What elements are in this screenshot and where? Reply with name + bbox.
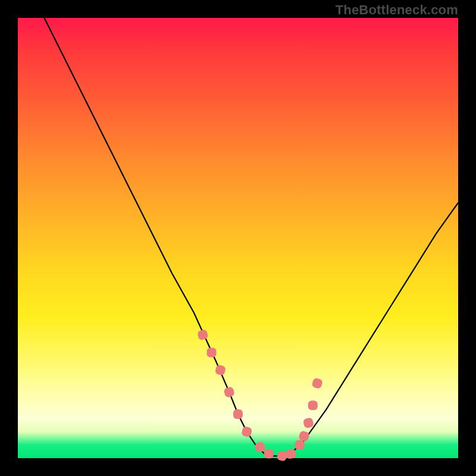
bottleneck-curve-path xyxy=(44,18,458,456)
highlight-dot xyxy=(312,378,323,389)
highlight-dot xyxy=(295,440,305,450)
highlight-dot xyxy=(303,417,314,428)
highlight-dot xyxy=(233,409,243,419)
highlight-dot xyxy=(264,449,274,459)
highlight-dot xyxy=(254,441,265,453)
highlight-dot xyxy=(298,430,309,441)
highlight-dot xyxy=(224,386,235,397)
highlight-dot xyxy=(241,426,252,437)
highlight-dot xyxy=(215,364,226,375)
highlighted-points-group xyxy=(197,329,323,462)
chart-frame: TheBottleneck.com xyxy=(0,0,476,476)
chart-svg xyxy=(18,18,458,458)
plot-area xyxy=(18,18,458,458)
highlight-dot xyxy=(197,329,208,340)
highlight-dot xyxy=(308,400,318,410)
highlight-dot xyxy=(207,347,217,357)
watermark-text: TheBottleneck.com xyxy=(336,2,458,18)
